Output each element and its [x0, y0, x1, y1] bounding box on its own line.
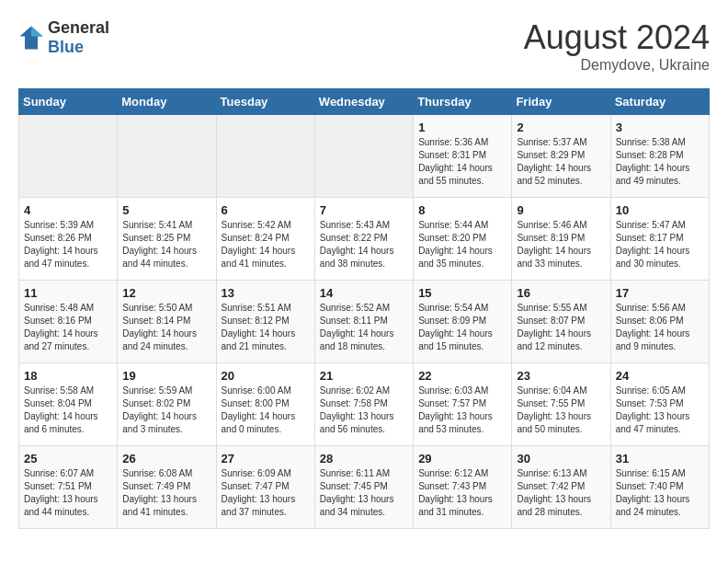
sunrise-text: Sunrise: 5:41 AM — [122, 220, 192, 230]
calendar-cell: 14 Sunrise: 5:52 AM Sunset: 8:11 PM Dayl… — [314, 281, 413, 363]
cell-info: Sunrise: 5:50 AM Sunset: 8:14 PM Dayligh… — [122, 302, 210, 353]
cell-info: Sunrise: 6:15 AM Sunset: 7:40 PM Dayligh… — [616, 467, 704, 519]
cell-info: Sunrise: 5:46 AM Sunset: 8:19 PM Dayligh… — [517, 219, 605, 270]
day-number: 23 — [517, 369, 605, 383]
logo-blue: Blue — [48, 38, 84, 56]
sunset-text: Sunset: 8:22 PM — [320, 233, 388, 243]
sunset-text: Sunset: 7:57 PM — [418, 398, 486, 408]
header-tuesday: Tuesday — [216, 89, 314, 115]
daylight-text: Daylight: 13 hours and 44 minutes. — [24, 494, 98, 517]
day-number: 13 — [222, 286, 310, 300]
daylight-text: Daylight: 13 hours and 37 minutes. — [222, 494, 296, 517]
sunset-text: Sunset: 8:19 PM — [517, 233, 585, 243]
cell-info: Sunrise: 5:44 AM Sunset: 8:20 PM Dayligh… — [418, 219, 506, 270]
calendar-cell: 11 Sunrise: 5:48 AM Sunset: 8:16 PM Dayl… — [19, 281, 118, 363]
cell-info: Sunrise: 5:58 AM Sunset: 8:04 PM Dayligh… — [24, 385, 112, 436]
header-sunday: Sunday — [19, 89, 118, 115]
calendar-cell: 30 Sunrise: 6:13 AM Sunset: 7:42 PM Dayl… — [512, 446, 610, 529]
sunrise-text: Sunrise: 5:52 AM — [320, 303, 390, 313]
calendar-cell: 24 Sunrise: 6:05 AM Sunset: 7:53 PM Dayl… — [610, 363, 709, 446]
calendar-cell: 19 Sunrise: 5:59 AM Sunset: 8:02 PM Dayl… — [118, 363, 216, 446]
daylight-text: Daylight: 13 hours and 41 minutes. — [122, 494, 197, 517]
sunset-text: Sunset: 8:28 PM — [616, 150, 684, 160]
calendar-cell: 7 Sunrise: 5:43 AM Sunset: 8:22 PM Dayli… — [314, 198, 413, 281]
sunrise-text: Sunrise: 5:39 AM — [24, 220, 94, 230]
day-number: 17 — [616, 286, 704, 300]
sunset-text: Sunset: 8:26 PM — [24, 233, 92, 243]
header-wednesday: Wednesday — [314, 89, 413, 115]
calendar-header: Sunday Monday Tuesday Wednesday Thursday… — [19, 89, 710, 115]
daylight-text: Daylight: 14 hours and 52 minutes. — [517, 163, 591, 186]
calendar-cell: 31 Sunrise: 6:15 AM Sunset: 7:40 PM Dayl… — [610, 446, 709, 529]
cell-info: Sunrise: 5:48 AM Sunset: 8:16 PM Dayligh… — [24, 302, 112, 353]
cell-info: Sunrise: 5:59 AM Sunset: 8:02 PM Dayligh… — [122, 385, 210, 436]
sunset-text: Sunset: 8:09 PM — [418, 316, 486, 326]
sunrise-text: Sunrise: 6:12 AM — [418, 468, 488, 478]
sunrise-text: Sunrise: 5:47 AM — [616, 220, 686, 230]
daylight-text: Daylight: 13 hours and 34 minutes. — [320, 494, 394, 517]
daylight-text: Daylight: 14 hours and 47 minutes. — [24, 246, 98, 269]
day-number: 20 — [222, 369, 310, 383]
daylight-text: Daylight: 14 hours and 0 minutes. — [222, 411, 296, 434]
calendar-cell: 23 Sunrise: 6:04 AM Sunset: 7:55 PM Dayl… — [512, 363, 610, 446]
daylight-text: Daylight: 14 hours and 55 minutes. — [418, 163, 493, 186]
daylight-text: Daylight: 13 hours and 31 minutes. — [418, 494, 493, 517]
month-year-title: August 2024 — [524, 18, 710, 57]
day-number: 2 — [517, 121, 605, 134]
sunset-text: Sunset: 8:12 PM — [222, 316, 290, 326]
sunset-text: Sunset: 7:55 PM — [517, 398, 585, 408]
day-number: 25 — [24, 452, 112, 465]
daylight-text: Daylight: 14 hours and 49 minutes. — [616, 163, 690, 186]
daylight-text: Daylight: 14 hours and 38 minutes. — [320, 246, 394, 269]
calendar-cell: 18 Sunrise: 5:58 AM Sunset: 8:04 PM Dayl… — [19, 363, 118, 446]
sunrise-text: Sunrise: 5:37 AM — [517, 137, 586, 147]
sunset-text: Sunset: 7:58 PM — [320, 398, 388, 408]
cell-info: Sunrise: 6:05 AM Sunset: 7:53 PM Dayligh… — [616, 385, 704, 436]
day-number: 21 — [320, 369, 408, 383]
calendar-cell: 20 Sunrise: 6:00 AM Sunset: 8:00 PM Dayl… — [216, 363, 314, 446]
sunset-text: Sunset: 8:04 PM — [24, 398, 92, 408]
sunrise-text: Sunrise: 6:11 AM — [320, 468, 390, 478]
calendar-cell: 12 Sunrise: 5:50 AM Sunset: 8:14 PM Dayl… — [118, 281, 216, 363]
calendar-cell: 4 Sunrise: 5:39 AM Sunset: 8:26 PM Dayli… — [19, 198, 118, 281]
calendar-cell: 5 Sunrise: 5:41 AM Sunset: 8:25 PM Dayli… — [118, 198, 216, 281]
cell-info: Sunrise: 6:12 AM Sunset: 7:43 PM Dayligh… — [418, 467, 506, 519]
logo: General Blue — [18, 18, 109, 57]
daylight-text: Daylight: 13 hours and 56 minutes. — [320, 411, 394, 434]
day-number: 29 — [418, 452, 506, 465]
daylight-text: Daylight: 13 hours and 47 minutes. — [616, 411, 690, 434]
daylight-text: Daylight: 13 hours and 28 minutes. — [517, 494, 591, 517]
day-number: 14 — [320, 286, 408, 300]
day-number: 19 — [122, 369, 210, 383]
calendar-table: Sunday Monday Tuesday Wednesday Thursday… — [18, 88, 710, 529]
sunrise-text: Sunrise: 6:15 AM — [616, 468, 686, 478]
cell-info: Sunrise: 5:39 AM Sunset: 8:26 PM Dayligh… — [24, 219, 112, 270]
daylight-text: Daylight: 14 hours and 15 minutes. — [418, 328, 493, 351]
sunset-text: Sunset: 7:45 PM — [320, 481, 388, 491]
header-friday: Friday — [512, 89, 610, 115]
header-saturday: Saturday — [610, 89, 709, 115]
day-number: 30 — [517, 452, 605, 465]
daylight-text: Daylight: 14 hours and 6 minutes. — [24, 411, 98, 434]
cell-info: Sunrise: 5:38 AM Sunset: 8:28 PM Dayligh… — [616, 136, 704, 188]
sunset-text: Sunset: 7:47 PM — [222, 481, 290, 491]
sunset-text: Sunset: 8:16 PM — [24, 316, 92, 326]
header-monday: Monday — [118, 89, 216, 115]
sunset-text: Sunset: 8:14 PM — [122, 316, 190, 326]
calendar-cell: 2 Sunrise: 5:37 AM Sunset: 8:29 PM Dayli… — [512, 115, 610, 198]
sunrise-text: Sunrise: 6:02 AM — [320, 385, 390, 396]
calendar-cell — [118, 115, 216, 198]
day-number: 18 — [24, 369, 112, 383]
sunrise-text: Sunrise: 5:38 AM — [616, 137, 686, 147]
daylight-text: Daylight: 14 hours and 12 minutes. — [517, 328, 591, 351]
cell-info: Sunrise: 5:54 AM Sunset: 8:09 PM Dayligh… — [418, 302, 506, 353]
sunset-text: Sunset: 8:07 PM — [517, 316, 585, 326]
calendar-cell: 16 Sunrise: 5:55 AM Sunset: 8:07 PM Dayl… — [512, 281, 610, 363]
daylight-text: Daylight: 14 hours and 27 minutes. — [24, 328, 98, 351]
sunrise-text: Sunrise: 5:56 AM — [616, 303, 686, 313]
daylight-text: Daylight: 13 hours and 24 minutes. — [616, 494, 690, 517]
cell-info: Sunrise: 5:56 AM Sunset: 8:06 PM Dayligh… — [616, 302, 704, 353]
logo-general: General — [48, 18, 109, 37]
sunset-text: Sunset: 8:31 PM — [418, 150, 486, 160]
calendar-cell: 28 Sunrise: 6:11 AM Sunset: 7:45 PM Dayl… — [314, 446, 413, 529]
